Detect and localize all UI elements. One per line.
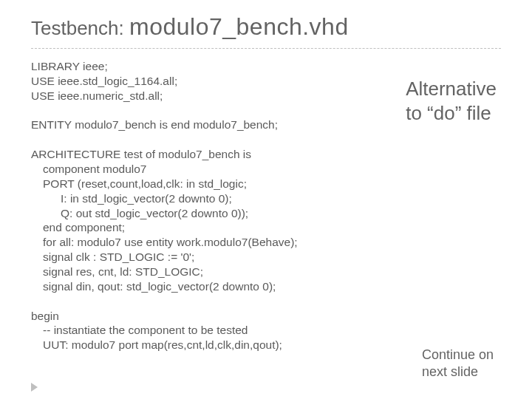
code-line: ARCHITECTURE test of modulo7_bench is <box>31 147 532 162</box>
title-filename: modulo7_bench.vhd <box>129 13 349 40</box>
next-arrow-icon <box>31 383 38 392</box>
code-line: -- instantiate the component to be teste… <box>31 323 532 338</box>
code-line: Q: out std_logic_vector(2 downto 0)); <box>31 206 532 221</box>
code-line: LIBRARY ieee; <box>31 59 532 74</box>
continue-line: next slide <box>422 364 494 381</box>
code-line: for all: modulo7 use entity work.modulo7… <box>31 235 532 250</box>
continue-note: Continue on next slide <box>422 347 494 380</box>
side-note-line: Alternative <box>406 77 497 101</box>
title-prefix: Testbench: <box>31 17 124 39</box>
slide-title: Testbench: modulo7_bench.vhd <box>0 0 532 45</box>
code-line: component modulo7 <box>31 162 532 177</box>
continue-line: Continue on <box>422 347 494 364</box>
code-line: end component; <box>31 220 532 235</box>
code-line: PORT (reset,count,load,clk: in std_logic… <box>31 177 532 191</box>
code-line: signal din, qout: std_logic_vector(2 dow… <box>31 279 532 294</box>
side-note-line: to “do” file <box>406 101 497 126</box>
code-line: signal clk : STD_LOGIC := '0'; <box>31 250 532 265</box>
architecture-block: ARCHITECTURE test of modulo7_bench is co… <box>31 147 532 293</box>
side-note: Alternative to “do” file <box>406 77 497 126</box>
code-line: I: in std_logic_vector(2 downto 0); <box>31 191 532 206</box>
code-line: signal res, cnt, ld: STD_LOGIC; <box>31 265 532 279</box>
code-line: begin <box>31 309 532 324</box>
